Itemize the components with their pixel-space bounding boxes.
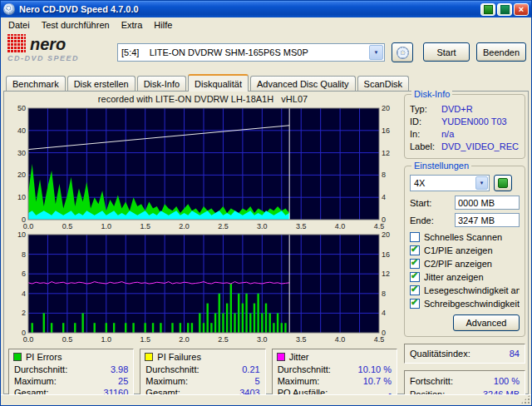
pi-failures-stats: PI Failures Durchschnitt:0.21 Maximum:5 … <box>140 349 265 401</box>
disk-label-value: DVD_VIDEO_REC <box>441 141 520 153</box>
eject-disc-button[interactable] <box>392 42 413 62</box>
pi-failures-legend-swatch <box>145 353 153 361</box>
quality-index-label: Qualitätsindex: <box>410 349 470 359</box>
disk-info-label: Typ: <box>410 103 441 116</box>
end-field-label: Ende: <box>410 215 434 225</box>
svg-text:16: 16 <box>382 126 390 135</box>
tab-advanced-disc-quality[interactable]: Advanced Disc Quality <box>250 76 356 91</box>
disk-id-value: YUDEN000 T03 <box>441 116 520 128</box>
close-icon: × <box>519 5 524 14</box>
tab-page-diskqualitaet: recorded with LITE-ON DVDRW LH-18A1H vHL… <box>3 91 529 394</box>
drive-select-value: [5:4] LITE-ON DVDRW SHM-165P6S MS0P <box>118 47 369 57</box>
svg-text:16: 16 <box>382 250 390 259</box>
svg-text:30: 30 <box>17 149 26 157</box>
speed-select[interactable]: 4X ▼ <box>410 175 490 191</box>
stat-label: Maximum: <box>14 375 57 387</box>
svg-text:2.0: 2.0 <box>179 222 190 230</box>
menu-datei[interactable]: Datei <box>2 19 36 31</box>
pi-errors-stats: PI Errors Durchschnitt:3.98 Maximum:25 G… <box>8 349 134 401</box>
svg-text:0.0: 0.0 <box>23 222 34 230</box>
progress-label: Fortschritt: <box>410 374 453 388</box>
stat-value: 25 <box>118 375 128 387</box>
tab-diskqualitaet[interactable]: Diskqualität <box>188 74 249 92</box>
svg-text:1.0: 1.0 <box>101 335 112 344</box>
jitter-legend-swatch <box>277 353 285 361</box>
svg-text:3.5: 3.5 <box>296 335 307 344</box>
settings-group: Einstellungen 4X ▼ Start: Ende: Schnell <box>404 166 525 337</box>
menu-bar: Datei Test durchführen Extra Hilfe <box>1 17 531 32</box>
drive-select[interactable]: [5:4] LITE-ON DVDRW SHM-165P6S MS0P ▼ <box>117 43 385 62</box>
end-field[interactable] <box>455 213 520 227</box>
svg-text:2.5: 2.5 <box>218 335 229 344</box>
menu-test-durchfuehren[interactable]: Test durchführen <box>36 19 116 31</box>
disk-info-label: In: <box>410 128 441 141</box>
menu-extra[interactable]: Extra <box>116 19 149 31</box>
tab-benchmark[interactable]: Benchmark <box>6 76 66 91</box>
svg-text:8: 8 <box>382 290 386 298</box>
svg-text:2.5: 2.5 <box>218 222 229 230</box>
svg-text:12: 12 <box>382 149 390 157</box>
start-field[interactable] <box>455 196 520 210</box>
svg-text:4: 4 <box>382 309 386 317</box>
stat-label: Maximum: <box>278 375 320 387</box>
tab-strip: Benchmark Disk erstellen Disk-Info Diskq… <box>1 73 531 91</box>
tab-disk-info[interactable]: Disk-Info <box>137 76 186 91</box>
disk-info-label: ID: <box>410 116 441 128</box>
close-button[interactable]: × <box>514 3 529 16</box>
checkbox-jitter[interactable] <box>410 272 420 282</box>
svg-text:4.5: 4.5 <box>374 222 385 230</box>
quality-index-value: 84 <box>510 349 520 359</box>
settings-title: Einstellungen <box>411 161 471 171</box>
svg-text:2: 2 <box>22 309 26 317</box>
disk-info-group: Disk-Info Typ:DVD+R ID:YUDEN000 T03 In:n… <box>404 94 525 159</box>
svg-text:2.0: 2.0 <box>179 335 190 344</box>
checkbox-schnelles-scannen[interactable] <box>410 232 420 242</box>
svg-text:3.0: 3.0 <box>257 222 268 230</box>
checkbox-lesegeschwindigkeit[interactable] <box>410 285 420 295</box>
advanced-button[interactable]: Advanced <box>453 314 520 331</box>
toolbar: nero CD-DVD SPEED [5:4] LITE-ON DVDRW SH… <box>1 32 531 73</box>
stat-value: 5 <box>255 375 260 387</box>
svg-text:4.0: 4.0 <box>335 222 346 230</box>
start-button[interactable]: Start <box>423 42 470 62</box>
stat-label: Durchschnitt: <box>278 364 331 375</box>
svg-text:10: 10 <box>17 231 26 239</box>
titlebar-extra-button-1[interactable] <box>480 3 495 16</box>
tab-disk-erstellen[interactable]: Disk erstellen <box>67 76 135 91</box>
checkbox-schreibgeschwindigkeit[interactable] <box>410 299 420 309</box>
svg-text:3.0: 3.0 <box>257 335 268 344</box>
resize-grip-icon[interactable] <box>520 394 530 404</box>
svg-text:20: 20 <box>382 231 390 239</box>
checkbox-c1-pie[interactable] <box>410 245 420 255</box>
svg-text:1.0: 1.0 <box>101 222 112 230</box>
menu-hilfe[interactable]: Hilfe <box>148 19 178 31</box>
stat-value: 10.10 % <box>358 364 392 375</box>
stats-row: PI Errors Durchschnitt:3.98 Maximum:25 G… <box>7 349 399 401</box>
svg-text:0.5: 0.5 <box>62 335 73 344</box>
checkbox-c2-pif[interactable] <box>410 259 420 269</box>
checkbox-label: Jitter anzeigen <box>424 272 484 282</box>
svg-text:12: 12 <box>382 270 390 278</box>
nero-dots-icon <box>7 34 26 52</box>
refresh-button[interactable] <box>494 175 512 191</box>
stat-label: Durchschnitt: <box>145 364 199 375</box>
svg-text:6: 6 <box>22 270 26 278</box>
quit-button[interactable]: Beenden <box>476 42 526 62</box>
stat-title: PI Failures <box>157 352 201 362</box>
jitter-stats: Jitter Durchschnitt:10.10 % Maximum:10.7… <box>272 349 397 401</box>
svg-text:20: 20 <box>17 171 26 179</box>
chevron-down-icon[interactable]: ▼ <box>369 45 383 60</box>
charts-column: recorded with LITE-ON DVDRW LH-18A1H vHL… <box>7 94 399 391</box>
stat-value: 0.21 <box>242 364 259 375</box>
svg-text:4: 4 <box>382 193 386 201</box>
chevron-down-icon[interactable]: ▼ <box>475 176 488 190</box>
svg-text:20: 20 <box>382 105 390 112</box>
svg-text:4.5: 4.5 <box>374 335 385 344</box>
svg-text:50: 50 <box>17 105 26 112</box>
titlebar-extra-button-2[interactable] <box>497 3 512 16</box>
nero-logo: nero CD-DVD SPEED <box>7 34 112 62</box>
svg-text:1.5: 1.5 <box>140 335 150 344</box>
checkbox-label: Schnelles Scannen <box>424 232 502 242</box>
tab-scandisk[interactable]: ScanDisk <box>357 76 409 91</box>
svg-text:3.5: 3.5 <box>296 222 307 230</box>
